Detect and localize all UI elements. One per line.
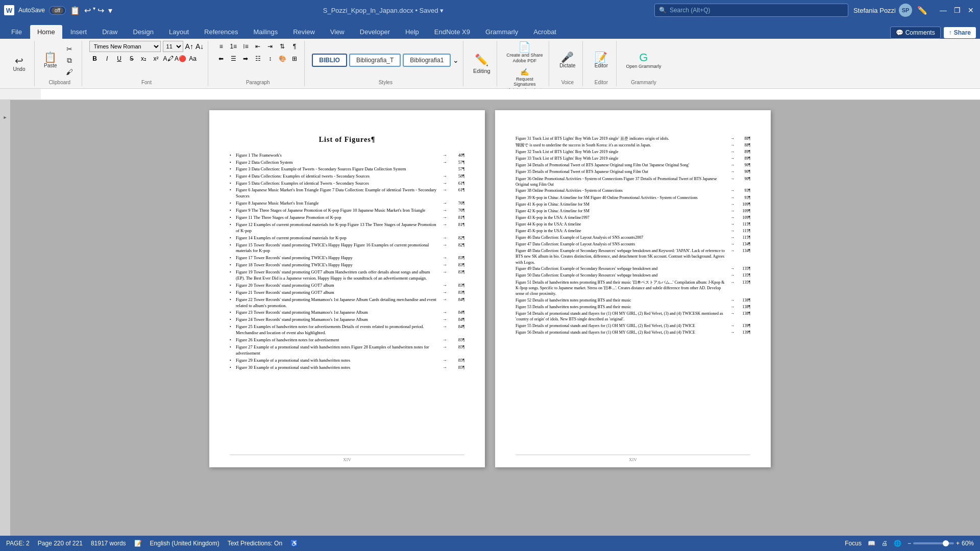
format-painter-button[interactable]: 🖌 bbox=[61, 67, 78, 77]
redo-icon[interactable]: ↪ bbox=[97, 6, 104, 15]
focus-label[interactable]: Focus bbox=[845, 540, 862, 547]
autosave-toggle[interactable]: off bbox=[49, 6, 66, 15]
underline-button[interactable]: U bbox=[114, 53, 125, 64]
quick-access-icon[interactable]: ▾ bbox=[108, 6, 112, 15]
bullet: • bbox=[230, 344, 234, 350]
editor-content: 📝 Editor bbox=[593, 41, 610, 80]
undo-button[interactable]: ↩ Undo bbox=[11, 55, 28, 73]
undo-redo-group: ↩ ▾ ↪ bbox=[84, 6, 104, 15]
bullet: • bbox=[230, 262, 234, 268]
italic-button[interactable]: I bbox=[102, 53, 113, 64]
tab-grammarly[interactable]: Grammarly bbox=[478, 25, 525, 39]
undo-group-content: ↩ Undo bbox=[11, 41, 28, 86]
list-item: •Figure 21 Tower Records' stand promotin… bbox=[230, 289, 464, 296]
page-num: 89¶ bbox=[736, 149, 750, 155]
arrow: → bbox=[730, 280, 735, 286]
web-layout-icon[interactable]: 🌐 bbox=[894, 540, 901, 547]
minimize-button[interactable]: — bbox=[938, 6, 949, 14]
zoom-out-button[interactable]: − bbox=[908, 540, 911, 547]
paste-button[interactable]: 📋 Paste bbox=[42, 51, 59, 69]
request-sig-button[interactable]: ✍ RequestSignatures bbox=[511, 67, 537, 88]
multilevel-button[interactable]: ⁞≡ bbox=[240, 41, 251, 52]
bullets-button[interactable]: ≡ bbox=[215, 41, 227, 52]
strikethrough-button[interactable]: S̶ bbox=[126, 53, 137, 64]
tab-file[interactable]: File bbox=[4, 25, 29, 39]
dictate-button[interactable]: 🎤 Dictate bbox=[557, 51, 577, 69]
sort-button[interactable]: ⇅ bbox=[277, 41, 288, 52]
zoom-in-button[interactable]: + bbox=[956, 540, 960, 547]
align-center-button[interactable]: ☰ bbox=[228, 53, 239, 64]
list-item: •Figure 23 Tower Records' stand promotin… bbox=[230, 309, 464, 316]
justify-button[interactable]: ☷ bbox=[252, 53, 263, 64]
search-bar[interactable]: 🔍 Search (Alt+Q) bbox=[654, 4, 848, 17]
editor-button[interactable]: 📝 Editor bbox=[593, 51, 610, 69]
decrease-font-button[interactable]: A↓ bbox=[195, 42, 204, 51]
font-size-selector[interactable]: 11 bbox=[163, 41, 183, 52]
list-item: Figure 36 Online Promotional Activities … bbox=[516, 176, 750, 187]
increase-font-button[interactable]: A↑ bbox=[185, 42, 193, 51]
line-spacing-button[interactable]: ↕ bbox=[264, 53, 276, 64]
align-right-button[interactable]: ➡ bbox=[240, 53, 251, 64]
figure-text: Figure 9 The Three Stages of Japanese Pr… bbox=[236, 208, 439, 214]
undo-dropdown[interactable]: ▾ bbox=[93, 6, 95, 15]
highlight-button[interactable]: A🖍 bbox=[163, 53, 174, 64]
zoom-slider[interactable] bbox=[913, 542, 954, 544]
ribbon-tabs: File Home Insert Draw Design Layout Refe… bbox=[0, 20, 980, 39]
close-button[interactable]: ✕ bbox=[966, 6, 976, 14]
align-left-button[interactable]: ⬅ bbox=[215, 53, 227, 64]
clear-format-button[interactable]: Aa bbox=[187, 53, 199, 64]
indent-decrease-button[interactable]: ⇤ bbox=[252, 41, 263, 52]
grammarly-button[interactable]: G Open Grammarly bbox=[624, 51, 663, 70]
comments-button[interactable]: 💬 Comments bbox=[890, 27, 941, 39]
print-layout-icon[interactable]: 🖨 bbox=[881, 540, 888, 547]
bold-button[interactable]: B bbox=[89, 53, 101, 64]
tab-design[interactable]: Design bbox=[126, 25, 161, 39]
tab-view[interactable]: View bbox=[323, 25, 352, 39]
tab-layout[interactable]: Layout bbox=[162, 25, 196, 39]
tab-references[interactable]: References bbox=[197, 25, 245, 39]
accessibility-icon[interactable]: ♿ bbox=[290, 540, 298, 547]
font-color-button[interactable]: A🔴 bbox=[175, 53, 186, 64]
list-item: Figure 56 Details of promotional stands … bbox=[516, 330, 750, 336]
list-item: •Figure 8 Japanese Music Market's Iron T… bbox=[230, 200, 464, 207]
proofing-icon[interactable]: 📝 bbox=[134, 540, 142, 547]
font-family-selector[interactable]: Times New Roman bbox=[89, 41, 161, 52]
tab-endnote[interactable]: EndNote X9 bbox=[427, 25, 477, 39]
list-item: Figure 49 Data Collection: Example of Se… bbox=[516, 266, 750, 272]
shading-button[interactable]: 🎨 bbox=[277, 53, 288, 64]
tab-insert[interactable]: Insert bbox=[63, 25, 94, 39]
editing-button[interactable]: ✏️ Editing bbox=[473, 54, 491, 74]
read-mode-icon[interactable]: 📖 bbox=[868, 540, 875, 547]
tab-mailings[interactable]: Mailings bbox=[247, 25, 285, 39]
create-pdf-button[interactable]: 📄 Create and ShareAdobe PDF bbox=[504, 41, 545, 65]
page-num: 83¶ bbox=[450, 255, 464, 261]
share-button[interactable]: ↑ Share bbox=[944, 27, 976, 38]
indent-increase-button[interactable]: ⇥ bbox=[264, 41, 276, 52]
left-page: List of Figures¶ •Figure 1 The Framework… bbox=[209, 110, 485, 467]
tab-acrobat[interactable]: Acrobat bbox=[526, 25, 564, 39]
show-marks-button[interactable]: ¶ bbox=[289, 41, 300, 52]
superscript-button[interactable]: x² bbox=[151, 53, 162, 64]
borders-button[interactable]: ⊞ bbox=[289, 53, 300, 64]
pen-icon[interactable]: ✏️ bbox=[917, 6, 927, 15]
style-bibliogT-button[interactable]: Bibliografia_T bbox=[349, 54, 401, 67]
page-num: 85¶ bbox=[450, 344, 464, 350]
styles-more-button[interactable]: ⌄ bbox=[453, 56, 459, 64]
tab-help[interactable]: Help bbox=[398, 25, 426, 39]
tab-draw[interactable]: Draw bbox=[95, 25, 125, 39]
list-item: •Figure 18 Tower Records' stand promotin… bbox=[230, 262, 464, 268]
tab-review[interactable]: Review bbox=[286, 25, 322, 39]
font-content: Times New Roman 11 A↑ A↓ B I U S̶ x₂ x² … bbox=[89, 41, 204, 80]
numbering-button[interactable]: 1≡ bbox=[228, 41, 239, 52]
copy-button[interactable]: ⧉ bbox=[61, 55, 78, 66]
style-bibliografia1-button[interactable]: Bibliografia1 bbox=[403, 54, 451, 67]
undo-icon[interactable]: ↩ bbox=[84, 6, 91, 15]
ribbon-group-clipboard: 📋 Paste ✂ ⧉ 🖌 Clipboard bbox=[38, 41, 82, 86]
request-sig-icon: ✍ bbox=[520, 68, 529, 76]
tab-developer[interactable]: Developer bbox=[353, 25, 397, 39]
cut-button[interactable]: ✂ bbox=[61, 44, 78, 54]
style-biblio-button[interactable]: BIBLIO bbox=[312, 54, 347, 67]
restore-button[interactable]: ❐ bbox=[952, 6, 963, 14]
subscript-button[interactable]: x₂ bbox=[138, 53, 150, 64]
tab-home[interactable]: Home bbox=[30, 25, 62, 39]
